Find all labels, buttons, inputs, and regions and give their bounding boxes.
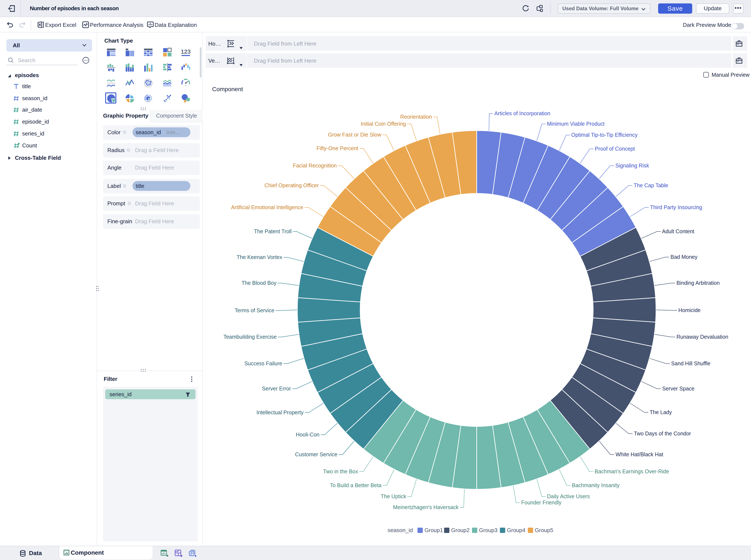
svg-text:Homicide: Homicide <box>678 307 701 313</box>
svg-text:Third Party Insourcing: Third Party Insourcing <box>650 204 702 210</box>
svg-text:Signaling Risk: Signaling Risk <box>615 162 649 168</box>
svg-text:Proof of Concept: Proof of Concept <box>595 146 635 152</box>
svg-text:Facial Recognition: Facial Recognition <box>293 162 337 168</box>
svg-text:Optimal Tip-to-Tip Efficiency: Optimal Tip-to-Tip Efficiency <box>571 132 638 138</box>
svg-text:Runaway Devaluation: Runaway Devaluation <box>676 334 728 340</box>
svg-text:Sand Hill Shuffle: Sand Hill Shuffle <box>671 360 710 366</box>
svg-text:Fifty-One Percent: Fifty-One Percent <box>317 145 358 151</box>
svg-text:Artificial Emotional Intellige: Artificial Emotional Intelligence <box>231 204 303 210</box>
svg-text:Success Failure: Success Failure <box>244 360 282 366</box>
svg-text:Two Days of the Condor: Two Days of the Condor <box>634 431 691 437</box>
svg-text:Articles of Incorporation: Articles of Incorporation <box>494 110 550 116</box>
svg-text:Two in the Box: Two in the Box <box>323 468 358 474</box>
svg-text:Meinertzhagen's Haversack: Meinertzhagen's Haversack <box>393 504 459 510</box>
svg-text:White Hat/Black Hat: White Hat/Black Hat <box>615 452 663 457</box>
svg-text:Initial Coin Offering: Initial Coin Offering <box>361 121 406 127</box>
svg-text:Adult Content: Adult Content <box>662 228 694 234</box>
svg-text:Group4: Group4 <box>507 527 525 533</box>
svg-text:The Cap Table: The Cap Table <box>634 182 668 188</box>
svg-text:The Lady: The Lady <box>650 409 672 415</box>
svg-text:Teambuilding Exercise: Teambuilding Exercise <box>223 334 277 340</box>
svg-text:Chief Operating Officer: Chief Operating Officer <box>265 182 319 188</box>
svg-text:The Keenan Vortex: The Keenan Vortex <box>237 254 282 260</box>
svg-text:Bachman's Earnings Over-Ride: Bachman's Earnings Over-Ride <box>595 468 669 474</box>
svg-text:To Build a Better Beta: To Build a Better Beta <box>330 482 382 488</box>
svg-text:Reorientation: Reorientation <box>400 114 432 120</box>
svg-text:Group1: Group1 <box>425 527 443 533</box>
svg-text:Hooli-Con: Hooli-Con <box>296 432 320 438</box>
svg-text:Server Space: Server Space <box>662 385 694 392</box>
svg-text:Customer Service: Customer Service <box>295 452 338 457</box>
svg-text:Bachmanity Insanity: Bachmanity Insanity <box>572 482 620 488</box>
svg-text:The Patent Troll: The Patent Troll <box>254 228 291 234</box>
svg-text:Daily Active Users: Daily Active Users <box>547 493 590 499</box>
svg-text:Bad Money: Bad Money <box>670 254 697 260</box>
svg-text:Intellectual Property: Intellectual Property <box>257 409 304 415</box>
svg-text:The Uptick: The Uptick <box>381 493 406 499</box>
svg-text:Grow Fast or Die Slow: Grow Fast or Die Slow <box>328 132 382 138</box>
svg-text:Binding Arbitration: Binding Arbitration <box>676 280 720 286</box>
svg-text:Founder Friendly: Founder Friendly <box>521 500 562 505</box>
svg-text:Server Error: Server Error <box>262 385 291 392</box>
svg-text:Minimum Viable Product: Minimum Viable Product <box>547 121 605 127</box>
svg-text:Group5: Group5 <box>535 527 553 533</box>
svg-text:Terms of Service: Terms of Service <box>235 307 274 313</box>
svg-text:Group3: Group3 <box>479 527 498 533</box>
svg-text:The Blood Boy: The Blood Boy <box>242 280 277 286</box>
svg-text:season_id: season_id <box>388 527 413 533</box>
svg-text:Group2: Group2 <box>451 527 470 533</box>
